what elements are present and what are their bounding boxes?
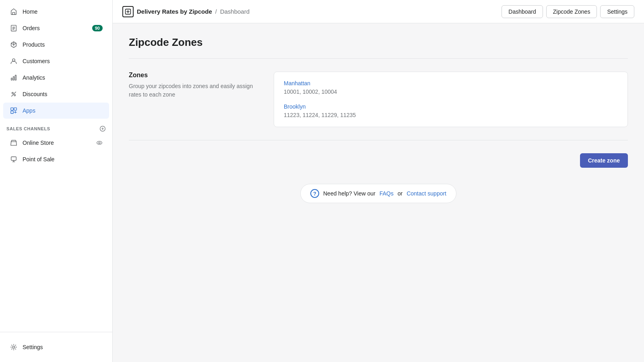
zones-description: Zones Group your zipcodes into zones and…	[129, 72, 258, 99]
discounts-icon	[10, 90, 18, 98]
svg-point-1	[12, 59, 15, 61]
page-content: Zipcode Zones Zones Group your zipcodes …	[113, 23, 644, 362]
zone-brooklyn-zipcodes: 11223, 11224, 11229, 11235	[284, 112, 356, 118]
svg-point-12	[99, 142, 100, 144]
help-text-middle: or	[398, 190, 402, 197]
breadcrumb-separator: /	[215, 8, 217, 15]
divider	[129, 58, 628, 59]
sidebar-item-discounts-label: Discounts	[23, 91, 47, 97]
zones-section-description: Group your zipcodes into zones and easil…	[129, 82, 258, 99]
sidebar-item-products-label: Products	[23, 41, 45, 48]
sidebar-item-settings-label: Settings	[23, 344, 43, 350]
help-pill: ? Need help? View our FAQs or Contact su…	[300, 184, 456, 203]
app-title: Delivery Rates by Zipcode	[137, 8, 212, 15]
sidebar: Home Orders 90 Products Customers	[0, 0, 113, 362]
sidebar-item-apps[interactable]: Apps	[3, 103, 109, 119]
app-icon	[122, 6, 134, 17]
svg-rect-8	[14, 108, 17, 110]
sidebar-item-apps-label: Apps	[23, 107, 35, 114]
svg-rect-4	[15, 75, 17, 80]
zone-manhattan-link[interactable]: Manhattan	[284, 80, 618, 86]
main-wrapper: Delivery Rates by Zipcode / Dashboard Da…	[113, 0, 644, 362]
sidebar-item-point-of-sale-label: Point of Sale	[23, 156, 54, 162]
analytics-icon	[10, 74, 18, 82]
sidebar-item-online-store[interactable]: Online Store	[3, 135, 109, 151]
sidebar-item-settings[interactable]: Settings	[3, 339, 109, 355]
dashboard-button[interactable]: Dashboard	[502, 5, 543, 18]
settings-button[interactable]: Settings	[600, 5, 634, 18]
sidebar-item-home[interactable]: Home	[3, 4, 109, 20]
sidebar-item-products[interactable]: Products	[3, 37, 109, 53]
zipcode-zones-button[interactable]: Zipcode Zones	[546, 5, 597, 18]
customers-icon	[10, 57, 18, 65]
zone-entry-brooklyn: Brooklyn 11223, 11224, 11229, 11235	[284, 103, 618, 119]
sidebar-item-home-label: Home	[23, 8, 37, 15]
zones-section: Zones Group your zipcodes into zones and…	[129, 72, 628, 127]
breadcrumb: Delivery Rates by Zipcode / Dashboard	[122, 6, 250, 17]
home-icon	[10, 8, 18, 16]
zone-brooklyn-link[interactable]: Brooklyn	[284, 103, 618, 110]
point-of-sale-icon	[10, 155, 18, 163]
create-zone-button[interactable]: Create zone	[580, 153, 628, 168]
create-zone-row: Create zone	[129, 153, 628, 168]
svg-rect-2	[11, 78, 12, 80]
help-section: ? Need help? View our FAQs or Contact su…	[129, 184, 628, 203]
sales-channels-section-header: Sales Channels	[0, 119, 112, 134]
help-text-before: Need help? View our	[323, 190, 376, 197]
svg-rect-3	[13, 76, 14, 80]
sidebar-item-customers-label: Customers	[23, 58, 50, 64]
header-actions: Dashboard Zipcode Zones Settings	[502, 5, 634, 18]
orders-badge: 90	[92, 25, 103, 31]
zone-manhattan-zipcodes: 10001, 10002, 10004	[284, 88, 337, 95]
current-page-label: Dashboard	[220, 8, 250, 15]
sidebar-item-orders[interactable]: Orders 90	[3, 20, 109, 36]
faqs-link[interactable]: FAQs	[380, 190, 394, 197]
sidebar-item-analytics-label: Analytics	[23, 74, 45, 81]
sidebar-item-customers[interactable]: Customers	[3, 53, 109, 69]
svg-point-6	[14, 95, 16, 96]
svg-rect-13	[11, 157, 17, 160]
question-icon: ?	[310, 189, 319, 198]
products-icon	[10, 41, 18, 49]
svg-point-14	[12, 346, 14, 348]
sidebar-item-orders-label: Orders	[23, 25, 40, 31]
sidebar-bottom: Settings	[0, 332, 112, 362]
svg-point-11	[97, 141, 102, 144]
top-bar: Delivery Rates by Zipcode / Dashboard Da…	[113, 0, 644, 23]
svg-rect-9	[11, 111, 13, 113]
sidebar-item-online-store-label: Online Store	[23, 140, 54, 146]
sidebar-item-discounts[interactable]: Discounts	[3, 86, 109, 102]
zones-section-title: Zones	[129, 72, 258, 79]
sidebar-nav: Home Orders 90 Products Customers	[0, 0, 112, 332]
zones-card: Manhattan 10001, 10002, 10004 Brooklyn 1…	[274, 72, 628, 127]
orders-icon	[10, 24, 18, 32]
add-sales-channel-icon[interactable]	[99, 125, 106, 132]
svg-rect-7	[11, 108, 13, 110]
apps-icon	[10, 107, 18, 115]
online-store-icon	[10, 139, 18, 147]
contact-support-link[interactable]: Contact support	[407, 190, 446, 197]
settings-icon	[10, 343, 18, 351]
sidebar-item-analytics[interactable]: Analytics	[3, 70, 109, 86]
zone-entry-manhattan: Manhattan 10001, 10002, 10004	[284, 80, 618, 95]
online-store-eye-icon[interactable]	[96, 140, 103, 146]
divider-2	[129, 140, 628, 140]
sidebar-item-point-of-sale[interactable]: Point of Sale	[3, 151, 109, 167]
svg-point-5	[12, 93, 14, 94]
page-title: Zipcode Zones	[129, 36, 628, 49]
